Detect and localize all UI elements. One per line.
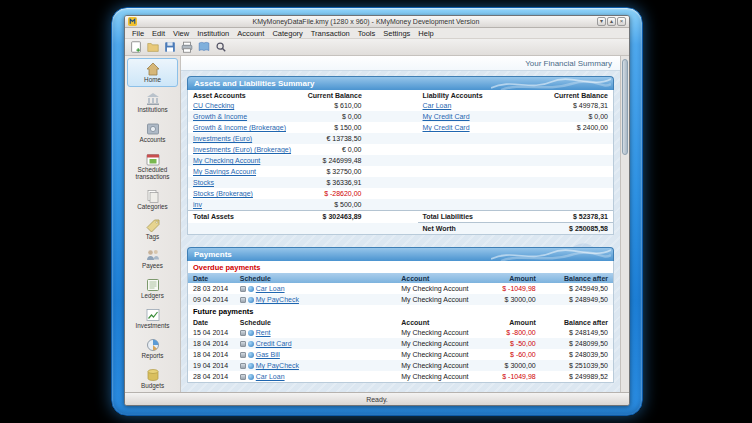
menu-transaction[interactable]: Transaction <box>307 28 354 39</box>
sidebar-item-investments[interactable]: Investments <box>127 304 178 333</box>
enter-schedule-icon[interactable] <box>248 341 254 347</box>
asset-account-link[interactable]: My Checking Account <box>193 157 260 164</box>
asset-balance: € 0,00 <box>303 144 367 155</box>
asset-account-link[interactable]: Growth & Income (Brokerage) <box>193 124 286 131</box>
open-file-icon[interactable] <box>146 40 160 54</box>
balance-after: $ 251039,50 <box>541 360 613 371</box>
schedule-link[interactable]: Credit Card <box>256 340 292 347</box>
enter-schedule-icon[interactable] <box>248 297 254 303</box>
schedule-link[interactable]: Rent <box>256 329 271 336</box>
liability-balance: $ 0,00 <box>520 111 614 122</box>
liability-account-link[interactable]: My Credit Card <box>423 124 470 131</box>
totals-row: Total Assets $ 302463,89 Total Liabiliti… <box>188 211 613 223</box>
sidebar-item-institutions[interactable]: Institutions <box>127 88 178 117</box>
enter-schedule-icon[interactable] <box>248 352 254 358</box>
menu-file[interactable]: File <box>128 28 148 39</box>
edit-schedule-icon[interactable] <box>240 330 246 336</box>
schedule-link[interactable]: My PayCheck <box>256 362 299 369</box>
asset-balance: $ 610,00 <box>303 100 367 111</box>
schedule-account: My Checking Account <box>396 283 490 294</box>
enter-schedule-icon[interactable] <box>248 363 254 369</box>
sidebar-item-accounts[interactable]: Accounts <box>127 118 178 147</box>
asset-account-link[interactable]: Stocks <box>193 179 214 186</box>
sidebar-label: Categories <box>137 204 167 211</box>
sidebar-item-tags[interactable]: Tags <box>127 215 178 244</box>
edit-schedule-icon[interactable] <box>240 352 246 358</box>
edit-schedule-icon[interactable] <box>240 297 246 303</box>
vertical-scrollbar[interactable] <box>620 56 629 392</box>
balance-after: $ 248099,50 <box>541 338 613 349</box>
column-header: Date <box>188 273 235 283</box>
menu-category[interactable]: Category <box>268 28 306 39</box>
sidebar-item-reports[interactable]: Reports <box>127 334 178 363</box>
menu-tools[interactable]: Tools <box>354 28 380 39</box>
categories-icon <box>145 188 161 204</box>
table-row: inv $ 500,00 <box>188 199 613 211</box>
asset-account-link[interactable]: Investments (Euro) <box>193 135 252 142</box>
future-payments-label: Future payments <box>188 305 613 317</box>
enter-schedule-icon[interactable] <box>248 330 254 336</box>
schedule-date: 15 04 2014 <box>188 327 235 338</box>
networth-value: $ 250085,58 <box>520 223 614 235</box>
schedule-link[interactable]: My PayCheck <box>256 296 299 303</box>
sidebar-item-payees[interactable]: Payees <box>127 244 178 273</box>
maximize-button[interactable]: ▴ <box>607 17 616 26</box>
table-row: 19 04 2014 My PayCheck My Checking Accou… <box>188 360 613 371</box>
edit-schedule-icon[interactable] <box>240 374 246 380</box>
kmymoney-window: KMyMoneyDataFile.kmy (1280 x 960) - KMyM… <box>124 15 630 406</box>
balance-after: $ 248149,50 <box>541 327 613 338</box>
edit-schedule-icon[interactable] <box>240 341 246 347</box>
enter-schedule-icon[interactable] <box>248 286 254 292</box>
section-title: Assets and Liabilities Summary <box>194 79 315 88</box>
schedule-link[interactable]: Gas Bill <box>256 351 280 358</box>
schedule-link[interactable]: Car Loan <box>256 285 285 292</box>
asset-account-link[interactable]: inv <box>193 201 202 208</box>
asset-account-link[interactable]: Stocks (Brokerage) <box>193 190 253 197</box>
liability-account-link[interactable]: Car Loan <box>423 102 452 109</box>
schedule-link[interactable]: Car Loan <box>256 373 285 380</box>
asset-balance: $ 150,00 <box>303 122 367 133</box>
menu-view[interactable]: View <box>169 28 193 39</box>
menu-institution[interactable]: Institution <box>193 28 233 39</box>
home-view: Your Financial Summary Assets and Liabil… <box>181 56 620 392</box>
close-button[interactable]: × <box>617 17 626 26</box>
sidebar-item-budgets[interactable]: Budgets <box>127 364 178 392</box>
save-icon[interactable] <box>163 40 177 54</box>
total-assets-label: Total Assets <box>188 211 303 223</box>
sidebar-item-scheduled-transactions[interactable]: Scheduled transactions <box>127 148 178 184</box>
schedule-date: 18 04 2014 <box>188 349 235 360</box>
column-header: Balance after <box>541 273 613 283</box>
sidebar-item-categories[interactable]: Categories <box>127 185 178 214</box>
new-book-icon[interactable] <box>129 40 143 54</box>
schedule-account: My Checking Account <box>396 349 490 360</box>
liability-account-link[interactable]: My Credit Card <box>423 113 470 120</box>
column-header: Balance after <box>541 317 613 327</box>
menu-settings[interactable]: Settings <box>379 28 414 39</box>
asset-account-link[interactable]: Investments (Euro) (Brokerage) <box>193 146 291 153</box>
print-icon[interactable] <box>180 40 194 54</box>
titlebar[interactable]: KMyMoneyDataFile.kmy (1280 x 960) - KMyM… <box>125 16 629 28</box>
asset-account-link[interactable]: My Savings Account <box>193 168 256 175</box>
find-transaction-icon[interactable] <box>214 40 228 54</box>
status-text: Ready. <box>366 396 388 403</box>
sidebar-item-home[interactable]: Home <box>127 58 178 87</box>
enter-schedule-icon[interactable] <box>248 374 254 380</box>
asset-account-link[interactable]: Growth & Income <box>193 113 247 120</box>
sidebar-label: Scheduled transactions <box>128 167 177 181</box>
scrollbar-thumb[interactable] <box>622 59 628 155</box>
edit-schedule-icon[interactable] <box>240 286 246 292</box>
menu-help[interactable]: Help <box>414 28 437 39</box>
ledgers-view-icon[interactable] <box>197 40 211 54</box>
asset-account-link[interactable]: CU Checking <box>193 102 234 109</box>
edit-schedule-icon[interactable] <box>240 363 246 369</box>
sidebar-item-ledgers[interactable]: Ledgers <box>127 274 178 303</box>
menu-account[interactable]: Account <box>233 28 268 39</box>
table-row: My Savings Account $ 32750,00 <box>188 166 613 177</box>
schedule-account: My Checking Account <box>396 327 490 338</box>
column-header: Current Balance <box>520 90 614 100</box>
minimize-button[interactable]: ▾ <box>597 17 606 26</box>
menu-edit[interactable]: Edit <box>148 28 169 39</box>
home-icon <box>145 61 161 77</box>
schedule-account: My Checking Account <box>396 338 490 349</box>
schedule-amount: $ -50,00 <box>490 338 541 349</box>
